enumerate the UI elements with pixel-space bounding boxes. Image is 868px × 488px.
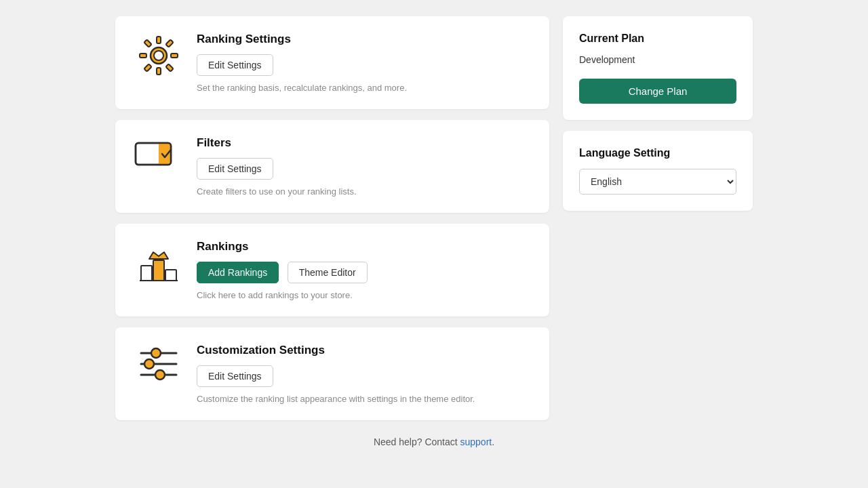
theme-editor-button[interactable]: Theme Editor (288, 262, 368, 283)
ranking-settings-desc: Set the ranking basis, recalculate ranki… (197, 83, 530, 93)
svg-rect-15 (141, 266, 152, 281)
language-select[interactable]: English Spanish French German Japanese (579, 169, 736, 195)
plan-name: Development (579, 54, 736, 65)
filters-content: Filters Edit Settings Create filters to … (197, 136, 530, 197)
svg-rect-5 (171, 54, 178, 58)
footer-text: Need help? Contact (374, 436, 460, 447)
add-rankings-button[interactable]: Add Rankings (197, 262, 279, 283)
left-column: Ranking Settings Edit Settings Set the r… (115, 16, 549, 420)
filter-icon (134, 136, 183, 171)
gear-icon (134, 33, 183, 79)
svg-point-1 (154, 51, 163, 60)
svg-point-24 (155, 370, 165, 380)
svg-rect-9 (165, 64, 173, 71)
svg-rect-3 (157, 68, 161, 75)
main-layout: Ranking Settings Edit Settings Set the r… (115, 16, 753, 420)
svg-rect-6 (144, 39, 151, 47)
svg-marker-14 (149, 252, 168, 259)
change-plan-button[interactable]: Change Plan (579, 79, 736, 104)
svg-point-22 (151, 348, 161, 358)
language-setting-card: Language Setting English Spanish French … (563, 131, 753, 211)
svg-point-23 (144, 359, 154, 369)
footer-period: . (492, 436, 494, 447)
rankings-card: Rankings Add Rankings Theme Editor Click… (115, 224, 549, 317)
rankings-content: Rankings Add Rankings Theme Editor Click… (197, 240, 530, 300)
filters-desc: Create filters to use on your ranking li… (197, 186, 530, 197)
edit-settings-filters-button[interactable]: Edit Settings (197, 158, 273, 180)
customization-settings-desc: Customize the ranking list appearance wi… (197, 394, 530, 404)
ranking-settings-title: Ranking Settings (197, 33, 530, 46)
svg-rect-8 (144, 64, 151, 71)
svg-rect-2 (157, 37, 161, 43)
customization-settings-card: Customization Settings Edit Settings Cus… (115, 327, 549, 420)
filters-title: Filters (197, 136, 530, 150)
edit-settings-ranking-button[interactable]: Edit Settings (197, 54, 273, 76)
language-setting-title: Language Setting (579, 147, 736, 159)
svg-rect-17 (165, 270, 176, 281)
rankings-desc: Click here to add rankings to your store… (197, 290, 530, 300)
customization-settings-title: Customization Settings (197, 344, 530, 357)
ranking-settings-card: Ranking Settings Edit Settings Set the r… (115, 16, 549, 109)
footer: Need help? Contact support. (374, 436, 494, 447)
current-plan-title: Current Plan (579, 33, 736, 45)
ranking-settings-content: Ranking Settings Edit Settings Set the r… (197, 33, 530, 93)
edit-settings-custom-button[interactable]: Edit Settings (197, 365, 273, 387)
support-link[interactable]: support (460, 436, 492, 447)
svg-rect-16 (153, 260, 164, 281)
svg-rect-7 (165, 39, 173, 47)
customization-settings-content: Customization Settings Edit Settings Cus… (197, 344, 530, 404)
trophy-rankings-icon (134, 240, 183, 289)
rankings-title: Rankings (197, 240, 530, 253)
sliders-icon (134, 344, 183, 384)
right-column: Current Plan Development Change Plan Lan… (563, 16, 753, 420)
filters-card: Filters Edit Settings Create filters to … (115, 120, 549, 213)
svg-rect-12 (159, 143, 171, 165)
svg-rect-4 (140, 54, 146, 58)
rankings-buttons: Add Rankings Theme Editor (197, 262, 530, 283)
current-plan-card: Current Plan Development Change Plan (563, 16, 753, 120)
